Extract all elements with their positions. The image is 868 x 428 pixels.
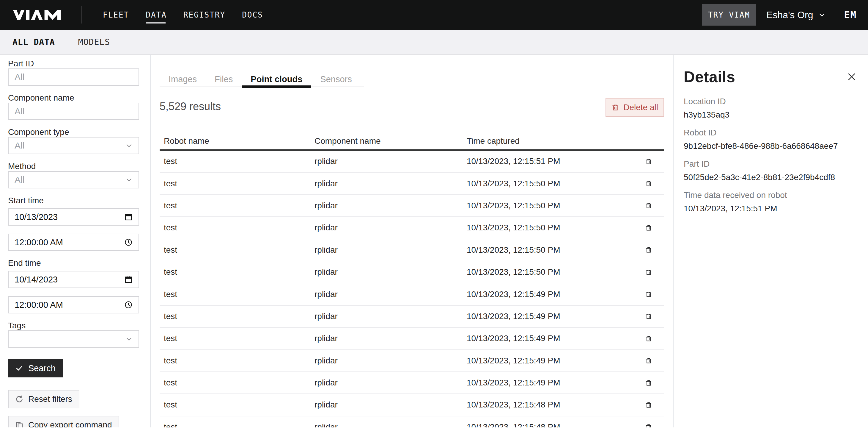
cell-component-name: rplidar — [314, 422, 467, 427]
cell-time-captured: 10/13/2023, 12:15:51 PM — [467, 156, 633, 166]
reset-filters-button[interactable]: Reset filters — [8, 390, 80, 408]
cell-actions — [633, 379, 664, 387]
part-id-input[interactable]: All — [8, 68, 139, 86]
row-delete-button[interactable] — [645, 312, 652, 320]
row-delete-button[interactable] — [645, 224, 652, 232]
row-delete-button[interactable] — [645, 158, 652, 166]
row-delete-button[interactable] — [645, 335, 652, 343]
viam-logo[interactable] — [12, 10, 61, 20]
calendar-icon[interactable] — [124, 275, 132, 284]
table-row: testrplidar10/13/2023, 12:15:49 PM — [160, 306, 664, 328]
row-delete-button[interactable] — [645, 268, 652, 276]
cell-actions — [633, 268, 664, 276]
delete-all-button[interactable]: Delete all — [606, 98, 664, 117]
row-delete-button[interactable] — [645, 179, 652, 188]
search-button[interactable]: Search — [8, 359, 63, 377]
filter-label-part-id: Part ID — [8, 59, 139, 68]
details-panel: Details Location IDh3yb135aq3Robot ID9b1… — [673, 55, 868, 427]
cell-robot-name: test — [164, 312, 314, 321]
details-value-part-id: 50f25de2-5a3c-41e2-8b81-23e2f9b4cdf8 — [684, 172, 856, 183]
subnav-all-data[interactable]: ALL DATA — [12, 37, 55, 47]
row-delete-button[interactable] — [645, 423, 652, 427]
component-type-select[interactable]: All — [8, 137, 139, 154]
cell-component-name: rplidar — [314, 378, 467, 388]
tab-images[interactable]: Images — [160, 71, 206, 87]
cell-robot-name: test — [164, 156, 314, 166]
filter-field-method: MethodAll — [8, 162, 139, 189]
end-time-time-input[interactable]: 12:00:00 AM — [8, 296, 139, 313]
filter-field-component-name: Component nameAll — [8, 93, 139, 120]
trash-icon — [645, 312, 652, 320]
sub-nav: ALL DATAMODELS — [0, 30, 868, 55]
cell-time-captured: 10/13/2023, 12:15:50 PM — [467, 201, 633, 210]
column-header-actions — [633, 136, 664, 149]
clock-icon[interactable] — [124, 301, 132, 309]
filter-field-component-type: Component typeAll — [8, 127, 139, 154]
nav-item-docs[interactable]: DOCS — [242, 0, 263, 30]
nav-item-fleet[interactable]: FLEET — [103, 0, 129, 30]
nav-item-data[interactable]: DATA — [146, 0, 167, 30]
details-title: Details — [684, 68, 735, 86]
cell-time-captured: 10/13/2023, 12:15:50 PM — [467, 179, 633, 189]
details-value-location-id: h3yb135aq3 — [684, 109, 856, 120]
nav-right: TRY VIAM Esha's Org EM — [702, 4, 857, 26]
filter-label-component-name: Component name — [8, 93, 139, 103]
avatar[interactable]: EM — [844, 9, 857, 21]
cell-time-captured: 10/13/2023, 12:15:48 PM — [467, 400, 633, 409]
nav-divider — [81, 6, 82, 24]
method-select[interactable]: All — [8, 171, 139, 189]
tags-select[interactable] — [8, 331, 139, 348]
details-label-time-data-received-on-robot: Time data received on robot — [684, 190, 856, 201]
tab-sensors[interactable]: Sensors — [311, 71, 361, 87]
details-field-location-id: Location IDh3yb135aq3 — [684, 96, 856, 120]
trash-icon — [645, 423, 652, 427]
org-switcher[interactable]: Esha's Org — [766, 9, 826, 21]
details-label-location-id: Location ID — [684, 96, 856, 107]
cell-actions — [633, 356, 664, 365]
tab-files[interactable]: Files — [206, 71, 242, 87]
results-count: 5,529 results — [160, 100, 221, 113]
results-row: 5,529 results Delete all — [160, 97, 664, 117]
cell-actions — [633, 423, 664, 427]
trash-icon — [645, 224, 652, 232]
row-delete-button[interactable] — [645, 401, 652, 409]
cell-robot-name: test — [164, 400, 314, 409]
nav-item-registry[interactable]: REGISTRY — [183, 0, 225, 30]
trash-icon — [645, 335, 652, 343]
tab-point-clouds[interactable]: Point clouds — [242, 71, 311, 87]
clock-icon[interactable] — [124, 238, 132, 247]
row-delete-button[interactable] — [645, 201, 652, 209]
cell-actions — [633, 179, 664, 188]
cell-robot-name: test — [164, 356, 314, 366]
close-icon[interactable] — [847, 72, 856, 81]
calendar-icon[interactable] — [124, 213, 132, 221]
trash-icon — [645, 246, 652, 254]
filter-label-component-type: Component type — [8, 127, 139, 137]
cell-time-captured: 10/13/2023, 12:15:50 PM — [467, 223, 633, 232]
nav-menu: FLEETDATAREGISTRYDOCS — [103, 0, 263, 30]
filter-label-start-time: Start time — [8, 196, 139, 205]
details-label-part-id: Part ID — [684, 159, 856, 169]
chevron-down-icon — [125, 336, 132, 343]
details-value-time-data-received-on-robot: 10/13/2023, 12:15:51 PM — [684, 203, 856, 214]
chevron-down-icon — [125, 142, 132, 149]
row-delete-button[interactable] — [645, 246, 652, 254]
copy-export-command-button[interactable]: Copy export command — [8, 416, 119, 427]
cell-time-captured: 10/13/2023, 12:15:49 PM — [467, 378, 633, 388]
cell-time-captured: 10/13/2023, 12:15:49 PM — [467, 312, 633, 321]
cell-robot-name: test — [164, 245, 314, 255]
table-row: testrplidar10/13/2023, 12:15:50 PM — [160, 261, 664, 283]
filter-field-part-id: Part IDAll — [8, 59, 139, 86]
check-icon — [15, 364, 24, 372]
row-delete-button[interactable] — [645, 356, 652, 365]
start-time-date-input[interactable]: 10/13/2023 — [8, 208, 139, 226]
start-time-time-input[interactable]: 12:00:00 AM — [8, 234, 139, 251]
refresh-icon — [15, 395, 24, 403]
subnav-models[interactable]: MODELS — [78, 37, 110, 47]
try-viam-button[interactable]: TRY VIAM — [702, 4, 756, 26]
row-delete-button[interactable] — [645, 379, 652, 387]
row-delete-button[interactable] — [645, 290, 652, 298]
chevron-down-icon — [818, 11, 826, 19]
component-name-input[interactable]: All — [8, 103, 139, 120]
end-time-date-input[interactable]: 10/14/2023 — [8, 271, 139, 288]
